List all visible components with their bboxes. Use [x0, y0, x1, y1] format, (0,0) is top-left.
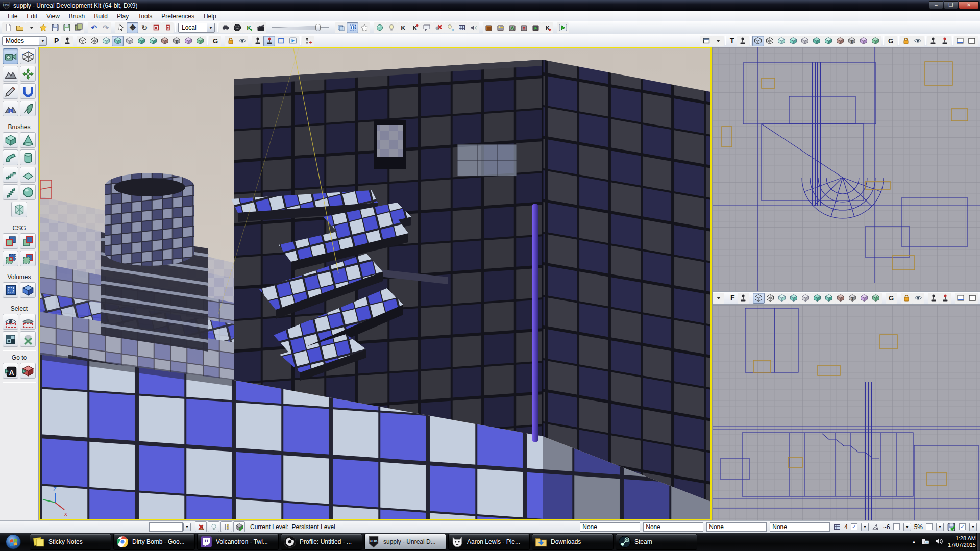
select-tool-icon[interactable]	[115, 22, 127, 33]
brush-polys-icon[interactable]	[335, 22, 347, 33]
menu-edit[interactable]: Edit	[22, 12, 42, 21]
menu-help[interactable]: Help	[199, 12, 221, 21]
show-desktop-button[interactable]	[976, 533, 980, 551]
autosave-icon[interactable]	[947, 522, 956, 532]
cylinder-brush-icon[interactable]	[20, 149, 36, 165]
show-flags-icon[interactable]	[912, 36, 924, 46]
cube-brush-icon[interactable]	[3, 132, 18, 148]
undo-icon[interactable]: ↶	[88, 22, 100, 33]
redo-icon[interactable]: ↷	[100, 22, 111, 33]
clock[interactable]: 1:28 AM 17/07/2015	[948, 535, 976, 548]
add-note-icon[interactable]	[421, 22, 432, 33]
front-wireframe-viewport[interactable]	[713, 305, 980, 520]
translate-tool-icon[interactable]: ✥	[127, 22, 138, 33]
view-reflections-icon[interactable]	[194, 36, 206, 46]
menu-tools[interactable]: Tools	[133, 12, 157, 21]
split-viewport-icon[interactable]	[954, 36, 966, 46]
menu-preferences[interactable]: Preferences	[157, 12, 199, 21]
drag-grid-checkbox[interactable]: ✓	[851, 523, 857, 530]
scale-nonuniform-tool-icon[interactable]	[162, 22, 174, 33]
view-detail-lighting-icon[interactable]	[124, 36, 135, 46]
drop-camera-icon[interactable]	[302, 36, 314, 46]
volume-types-icon[interactable]	[20, 282, 36, 298]
realtime-joystick-icon[interactable]	[61, 36, 73, 46]
start-button[interactable]	[5, 534, 21, 550]
minimize-button[interactable]: –	[929, 1, 943, 9]
geometry-check-icon[interactable]	[233, 521, 245, 532]
view-light-complexity-icon[interactable]	[823, 36, 835, 46]
select-none-icon[interactable]	[20, 331, 36, 347]
content-browser-icon[interactable]	[231, 22, 243, 33]
game-view-icon[interactable]: G	[209, 36, 221, 46]
resize-viewport-icon[interactable]	[275, 36, 287, 46]
view-lighting-only-icon[interactable]	[811, 36, 823, 46]
top-wireframe-viewport[interactable]	[713, 47, 980, 291]
taskbar-button-aaron-lewis-ple[interactable]: Aaron Lewis - Ple...	[448, 534, 530, 550]
kismet-object-icon[interactable]: K	[397, 22, 409, 33]
level-combo[interactable]	[149, 522, 183, 532]
volume-icon[interactable]	[935, 537, 943, 547]
build-geometry-icon[interactable]	[483, 22, 495, 33]
play-in-viewport-icon[interactable]	[287, 36, 299, 46]
build-lighting-icon[interactable]	[495, 22, 506, 33]
lock-viewport-icon[interactable]	[900, 36, 912, 46]
favorites-outline-icon[interactable]	[358, 22, 370, 33]
play-in-editor-icon[interactable]	[557, 22, 569, 33]
slider-thumb[interactable]	[315, 24, 321, 31]
view-reflections-icon[interactable]	[870, 293, 882, 304]
invert-selection-icon[interactable]	[3, 331, 18, 347]
level-combo-dropdown-icon[interactable]: ▼	[183, 523, 191, 531]
rotation-grid-dropdown-icon[interactable]: ▼	[903, 523, 911, 531]
game-controller-icon[interactable]	[252, 36, 263, 46]
restore-viewport-icon[interactable]	[700, 36, 712, 46]
terrain-mode-icon[interactable]	[3, 66, 18, 82]
taskbar-button-downloads[interactable]: Downloads	[532, 534, 614, 550]
scale-snap-checkbox[interactable]	[926, 523, 933, 530]
show-flags-icon[interactable]	[236, 36, 248, 46]
view-texture-density-icon[interactable]	[835, 36, 846, 46]
view-wireframe-icon[interactable]	[765, 293, 776, 304]
autosave-dropdown-icon[interactable]: ▼	[969, 523, 977, 531]
curved-stair-brush-icon[interactable]	[3, 149, 18, 165]
view-shader-complexity-icon[interactable]: $	[847, 293, 859, 304]
delete-actor-icon[interactable]	[432, 22, 444, 33]
record-controller-icon[interactable]	[263, 36, 275, 46]
taskbar-button-steam[interactable]: Steam	[616, 534, 697, 550]
show-selected-icon[interactable]	[3, 314, 18, 330]
build-submit-icon[interactable]: K	[542, 22, 553, 33]
foliage-mode-icon[interactable]	[20, 101, 36, 116]
coordinate-system-select[interactable]: Local▼	[178, 23, 215, 33]
view-detail-lighting-icon[interactable]	[799, 36, 811, 46]
add-sound-icon[interactable]	[468, 22, 479, 33]
view-unlit-icon[interactable]	[776, 36, 788, 46]
status-slot-1[interactable]: None	[643, 522, 703, 532]
add-volume-icon[interactable]	[3, 282, 18, 298]
menu-brush[interactable]: Brush	[64, 12, 89, 21]
landscape-mode-icon[interactable]: L	[3, 101, 18, 116]
tray-expand-icon[interactable]: ▲	[912, 539, 916, 544]
modes-select[interactable]: Modes▼	[2, 36, 47, 46]
split-viewport-icon[interactable]	[955, 293, 967, 304]
socket-snapping-icon[interactable]	[347, 22, 358, 33]
menu-play[interactable]: Play	[112, 12, 133, 21]
view-unlit-icon[interactable]	[776, 293, 788, 304]
toggle-lights-icon[interactable]	[208, 521, 219, 532]
goto-actor-icon[interactable]: A	[3, 363, 18, 379]
view-detail-lighting-icon[interactable]	[800, 293, 812, 304]
save-all-icon[interactable]	[61, 22, 72, 33]
new-map-icon[interactable]	[2, 22, 14, 33]
view-wireframe-icon[interactable]	[764, 36, 776, 46]
movable-light-icon[interactable]: m	[444, 22, 456, 33]
view-texture-density-icon[interactable]	[835, 293, 847, 304]
build-paths-icon[interactable]	[506, 22, 518, 33]
csg-add-icon[interactable]	[3, 233, 18, 249]
view-reflections-icon[interactable]	[870, 36, 881, 46]
lock-viewport-icon[interactable]	[901, 293, 913, 304]
maximize-button[interactable]: ❐	[944, 1, 958, 9]
scale-tool-icon[interactable]	[150, 22, 162, 33]
view-light-complexity-icon[interactable]	[147, 36, 159, 46]
view-lightmap-density-icon[interactable]	[859, 293, 870, 304]
viewport-options-dropdown-icon[interactable]	[713, 293, 724, 304]
game-view-icon[interactable]: G	[886, 293, 897, 304]
view-shader-complexity-icon[interactable]: $	[170, 36, 182, 46]
